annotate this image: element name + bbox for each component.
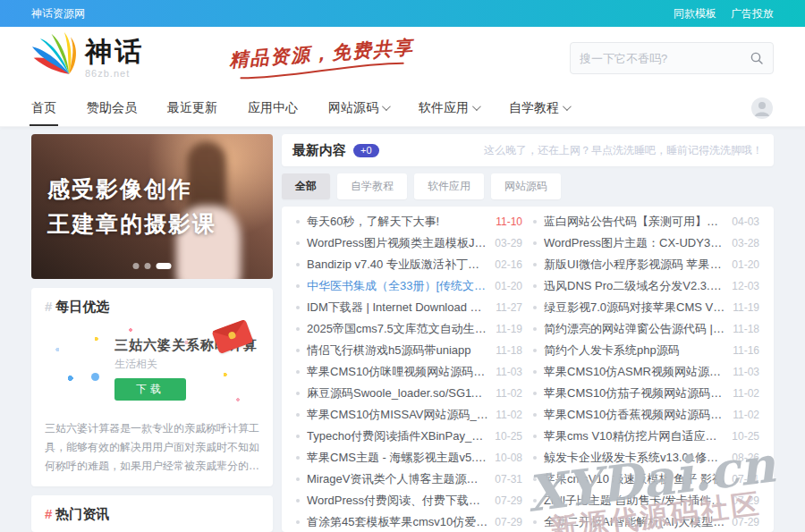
- article-date: 12-03: [732, 280, 759, 292]
- article-row[interactable]: 新版UI微信小程序影视源码 苹果CMS小程序源码 01-20: [533, 254, 759, 275]
- article-title[interactable]: 情侣飞行棋游戏h5源码带uniapp: [307, 342, 488, 359]
- latest-tab[interactable]: 自学教程: [337, 173, 407, 199]
- carousel-caption-line1: 感受影像创作: [47, 172, 216, 207]
- article-title[interactable]: 苹果CMS10仿茄子视频网站源码_MDYS17: [544, 385, 725, 401]
- article-row[interactable]: 苹果CMS10仿茄子视频网站源码_MDYS17 11-02: [533, 383, 759, 404]
- article-row[interactable]: Bandizip v7.40 专业版激活补丁密钥 02-16: [296, 254, 522, 275]
- article-row[interactable]: 苹果CMS10仿MISSAV网站源码_MDYS18 11-02: [296, 404, 522, 426]
- article-row[interactable]: 简约个人发卡系统php源码 11-16: [533, 340, 759, 361]
- carousel-dot[interactable]: [133, 263, 140, 269]
- article-title[interactable]: 苹果cms V10精仿挖片网自适应模板: [544, 428, 724, 444]
- bullet-icon: [296, 327, 300, 331]
- right-column: 最新内容 +0 这么晚了，还在上网？早点洗洗睡吧，睡前记得洗洗脚哦！ 全部 自学…: [282, 134, 774, 532]
- article-title[interactable]: 全新二开极AI智能解析(AI)大模型解析 全开源!: [544, 514, 724, 530]
- article-title[interactable]: 蓝白网站公告代码【亲测可用】HTML简单代码...: [544, 214, 724, 230]
- carousel-dot[interactable]: [145, 263, 151, 269]
- article-title[interactable]: IDM下载器 | Internet Download Manager (v6..…: [307, 300, 488, 316]
- article-title[interactable]: MirageV资讯类个人博客主题源码/WordPress主...: [307, 471, 487, 487]
- site-logo[interactable]: 神话 86zb.net: [31, 32, 144, 84]
- article-row[interactable]: 鲸发卡企业级发卡系统v13.01修复版源码 08-26: [533, 447, 759, 469]
- article-row[interactable]: 每天60秒，了解天下大事! 11-10: [296, 211, 522, 232]
- article-title[interactable]: 苹果CMS10仿MISSAV网站源码_MDYS18: [307, 407, 488, 423]
- article-row[interactable]: 苹果CMS10仿咪哩视频网站源码_MDYS15 11-03: [296, 361, 522, 383]
- carousel-dot-active[interactable]: [157, 263, 172, 269]
- article-title[interactable]: 苹果cmsV10 极速版模板 鱼平 影视: [544, 471, 724, 487]
- chevron-down-icon: [382, 102, 391, 111]
- article-row[interactable]: 苹果CMS主题 - 海螺影视主题v5.3自适应主题/ ... 10-08: [296, 447, 522, 469]
- article-row[interactable]: Typecho付费阅读插件XBinPay_v1.1 10-25: [296, 426, 522, 447]
- article-date: 11-19: [496, 323, 522, 335]
- article-title[interactable]: 绿豆影视7.0源码对接苹果CMS V10原生影视AP...: [544, 300, 725, 316]
- search-input[interactable]: [580, 52, 750, 65]
- nav-item-tutorials[interactable]: 自学教程: [509, 89, 569, 126]
- article-row[interactable]: 绿豆影视7.0源码对接苹果CMS V10原生影视AP... 11-19: [533, 297, 759, 318]
- article-title[interactable]: 每天60秒，了解天下大事!: [307, 214, 488, 230]
- article-title[interactable]: Zibll子比主题 自助售卡/发卡插件 源码 [WordPr...: [544, 493, 724, 509]
- article-title[interactable]: 迅风DNS Pro二级域名分发V2.3.3系统源码: [544, 278, 724, 294]
- article-title[interactable]: 苹果CMS主题 - 海螺影视主题v5.3自适应主题/ ...: [307, 450, 487, 466]
- nav-item-home[interactable]: 首页: [31, 89, 56, 126]
- nav-item-recent[interactable]: 最近更新: [167, 89, 217, 126]
- latest-article-list: 每天60秒，了解天下大事! 11-10 WordPress图片视频类主题模板Ju…: [282, 207, 774, 532]
- article-title[interactable]: 中华医书集成（全33册）[传统文化]: [307, 278, 487, 294]
- article-date: 10-25: [495, 430, 522, 443]
- user-avatar-icon[interactable]: [750, 97, 774, 120]
- article-date: 11-02: [496, 387, 522, 400]
- topbar-link-ads[interactable]: 广告投放: [731, 6, 774, 21]
- article-title[interactable]: 苹果CMS10仿ASMR视频网站源码_MDYS16: [544, 364, 725, 380]
- article-title[interactable]: 苹果CMS10仿咪哩视频网站源码_MDYS15: [307, 364, 488, 380]
- topbar-link-same-template[interactable]: 同款模板: [674, 6, 716, 21]
- nav-item-software[interactable]: 软件应用: [419, 89, 479, 126]
- article-row[interactable]: 2025帝国cms7.5文库范文自动生成word文档/文... 11-19: [296, 318, 522, 340]
- carousel-banner[interactable]: 感受影像创作 王建章的摄影课: [31, 134, 273, 279]
- article-row[interactable]: 首涂第45套模板苹果cmsv10仿爱奇艺模板 07-29: [296, 511, 522, 532]
- search-icon[interactable]: [750, 51, 764, 65]
- nav-item-site-source[interactable]: 网站源码: [328, 89, 388, 126]
- bullet-icon: [296, 220, 300, 224]
- bullet-icon: [533, 392, 537, 395]
- article-row[interactable]: MirageV资讯类个人博客主题源码/WordPress主... 07-31: [296, 469, 522, 490]
- article-row[interactable]: 蓝白网站公告代码【亲测可用】HTML简单代码... 04-03: [533, 211, 759, 232]
- article-title[interactable]: 麻豆源码Swoole_loader.so/SG11扩展集合: [307, 385, 488, 401]
- bullet-icon: [533, 241, 537, 245]
- article-title[interactable]: WordPress付费阅读、付费下载插件: [307, 493, 487, 509]
- article-row[interactable]: 情侣飞行棋游戏h5源码带uniapp 11-18: [296, 340, 522, 361]
- article-title[interactable]: 2025帝国cms7.5文库范文自动生成word文档/文...: [307, 321, 488, 337]
- article-row[interactable]: 迅风DNS Pro二级域名分发V2.3.3系统源码 12-03: [533, 275, 759, 297]
- article-row[interactable]: 简约漂亮的网站弹窗公告源代码 | 使用cookie记录 11-18: [533, 318, 759, 340]
- article-title[interactable]: 鲸发卡企业级发卡系统v13.01修复版源码: [544, 450, 724, 466]
- article-title[interactable]: WordPress图片主题：CX-UDY3.1主题美女图片...: [544, 235, 724, 251]
- article-row[interactable]: 苹果CMS10仿ASMR视频网站源码_MDYS16 11-03: [533, 361, 759, 383]
- latest-tab[interactable]: 网站源码: [491, 173, 561, 199]
- article-row[interactable]: WordPress付费阅读、付费下载插件 07-29: [296, 490, 522, 511]
- article-row[interactable]: Zibll子比主题 自助售卡/发卡插件 源码 [WordPr... 07-29: [533, 490, 759, 511]
- article-row[interactable]: WordPress图片主题：CX-UDY3.1主题美女图片... 03-28: [533, 232, 759, 254]
- article-title[interactable]: 简约个人发卡系统php源码: [544, 342, 725, 359]
- article-row[interactable]: 全新二开极AI智能解析(AI)大模型解析 全开源! 07-29: [533, 511, 759, 532]
- article-title[interactable]: 简约漂亮的网站弹窗公告源代码 | 使用cookie记录: [544, 321, 725, 337]
- article-row[interactable]: IDM下载器 | Internet Download Manager (v6..…: [296, 297, 522, 318]
- article-title[interactable]: 苹果CMS10仿香蕉视频网站源码_MDYS19: [544, 407, 725, 423]
- logo-title: 神话: [85, 38, 144, 65]
- logo-feather-icon: [31, 32, 80, 84]
- article-title[interactable]: Bandizip v7.40 专业版激活补丁密钥: [307, 257, 487, 273]
- latest-tab[interactable]: 软件应用: [414, 173, 484, 199]
- hash-icon: #: [45, 506, 52, 521]
- article-row[interactable]: 苹果cms V10精仿挖片网自适应模板 10-25: [533, 426, 759, 447]
- daily-pick-card: #每日优选 三姑六婆关系称呼计算 生活相关 下载 三姑六婆计算器是一款专业的亲戚…: [31, 288, 273, 486]
- article-title[interactable]: 首涂第45套模板苹果cmsv10仿爱奇艺模板: [307, 514, 487, 530]
- article-row[interactable]: 苹果cmsV10 极速版模板 鱼平 影视 07-31: [533, 469, 759, 490]
- article-row[interactable]: 麻豆源码Swoole_loader.so/SG11扩展集合 11-02: [296, 383, 522, 404]
- article-title[interactable]: WordPress图片视频类主题模板JustMediaV2.7...: [307, 235, 487, 251]
- article-title[interactable]: Typecho付费阅读插件XBinPay_v1.1: [307, 428, 487, 444]
- article-row[interactable]: WordPress图片视频类主题模板JustMediaV2.7... 03-29: [296, 232, 522, 254]
- nav-item-app-center[interactable]: 应用中心: [248, 89, 298, 126]
- nav-item-sponsor[interactable]: 赞助会员: [87, 89, 137, 126]
- download-button[interactable]: 下载: [114, 378, 186, 401]
- article-row[interactable]: 苹果CMS10仿香蕉视频网站源码_MDYS19 11-02: [533, 404, 759, 426]
- latest-tab[interactable]: 全部: [282, 173, 330, 199]
- article-date: 03-29: [495, 237, 522, 249]
- article-title[interactable]: 新版UI微信小程序影视源码 苹果CMS小程序源码: [544, 257, 724, 273]
- daily-pick-title: #每日优选: [45, 299, 259, 316]
- article-row[interactable]: 中华医书集成（全33册）[传统文化] 01-20: [296, 275, 522, 297]
